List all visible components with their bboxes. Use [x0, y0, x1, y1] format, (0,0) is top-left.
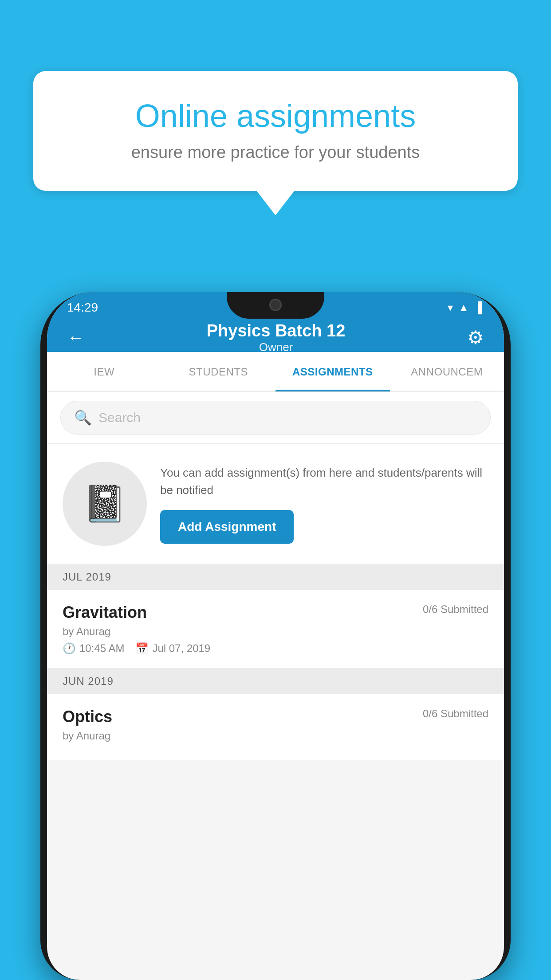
assignment-top: Gravitation 0/6 Submitted	[63, 603, 488, 622]
assignment-name-optics: Optics	[63, 707, 112, 726]
promo-text: You can add assignment(s) from here and …	[160, 464, 488, 499]
header-center: Physics Batch 12 Owner	[207, 321, 346, 354]
tab-iew[interactable]: IEW	[47, 352, 161, 391]
tab-assignments[interactable]: ASSIGNMENTS	[276, 352, 390, 391]
speech-bubble-container: Online assignments ensure more practice …	[33, 71, 518, 191]
speech-bubble-title: Online assignments	[64, 98, 487, 134]
clock-icon: 🕐	[63, 642, 76, 655]
speech-bubble-subtitle: ensure more practice for your students	[64, 143, 487, 162]
assignment-submitted: 0/6 Submitted	[423, 603, 488, 616]
assignment-time: 🕐 10:45 AM	[63, 642, 124, 655]
signal-icon: ▲	[458, 301, 469, 314]
search-placeholder: Search	[98, 410, 141, 425]
header-title: Physics Batch 12	[207, 321, 346, 340]
assignment-item-gravitation[interactable]: Gravitation 0/6 Submitted by Anurag 🕐 10…	[47, 590, 504, 668]
month-header-jul: JUL 2019	[47, 564, 504, 590]
assignment-submitted-optics: 0/6 Submitted	[423, 707, 488, 720]
assignment-by-optics: by Anurag	[63, 730, 488, 742]
assignment-date-value: Jul 07, 2019	[152, 642, 210, 655]
tabs-bar: IEW STUDENTS ASSIGNMENTS ANNOUNCEM	[47, 352, 504, 392]
notebook-icon: 📓	[83, 483, 127, 525]
assignment-name: Gravitation	[63, 603, 147, 622]
phone-notch	[227, 292, 324, 319]
search-icon: 🔍	[74, 409, 92, 426]
assignment-by: by Anurag	[63, 625, 488, 638]
promo-icon-circle: 📓	[63, 462, 147, 546]
settings-icon[interactable]: ⚙	[467, 327, 484, 348]
search-input-wrapper[interactable]: 🔍 Search	[60, 401, 491, 435]
wifi-icon: ▾	[448, 301, 453, 314]
month-header-jun: JUN 2019	[47, 668, 504, 694]
status-time: 14:29	[67, 300, 98, 315]
speech-bubble: Online assignments ensure more practice …	[33, 71, 518, 191]
assignment-time-value: 10:45 AM	[79, 642, 124, 655]
assignment-item-optics[interactable]: Optics 0/6 Submitted by Anurag	[47, 694, 504, 760]
assignment-date: 📅 Jul 07, 2019	[135, 642, 210, 655]
assignment-meta: 🕐 10:45 AM 📅 Jul 07, 2019	[63, 642, 488, 655]
promo-block: 📓 You can add assignment(s) from here an…	[47, 444, 504, 564]
back-button[interactable]: ←	[67, 328, 85, 348]
phone-frame: 14:29 ▾ ▲ ▐ ← Physics Batch 12 Owner ⚙ I…	[40, 292, 511, 980]
assignment-top-optics: Optics 0/6 Submitted	[63, 707, 488, 726]
tab-students[interactable]: STUDENTS	[161, 352, 276, 391]
app-screen: 14:29 ▾ ▲ ▐ ← Physics Batch 12 Owner ⚙ I…	[47, 292, 504, 980]
battery-icon: ▐	[474, 301, 482, 314]
search-container: 🔍 Search	[47, 392, 504, 444]
calendar-icon: 📅	[135, 642, 149, 655]
phone-camera	[269, 299, 282, 311]
promo-content: You can add assignment(s) from here and …	[160, 464, 488, 544]
tab-announcements[interactable]: ANNOUNCEM	[390, 352, 504, 391]
add-assignment-button[interactable]: Add Assignment	[160, 510, 294, 544]
status-icons: ▾ ▲ ▐	[448, 301, 482, 314]
